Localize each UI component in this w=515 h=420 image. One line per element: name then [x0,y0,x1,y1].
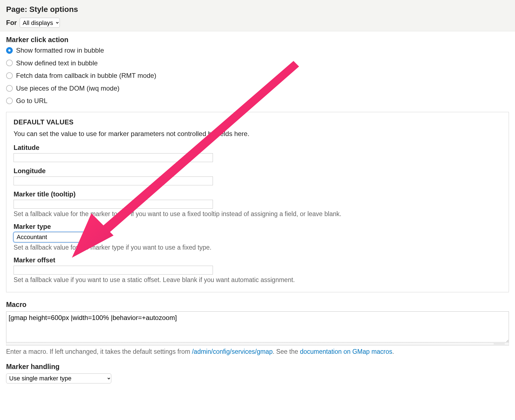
radio-label: Show defined text in bubble [16,59,98,67]
longitude-label: Longitude [14,167,501,175]
dialog-header: Page: Style options For All displays [0,0,515,31]
marker-offset-help: Set a fallback value if you want to use … [14,276,501,284]
radio-label: Use pieces of the DOM (iwq mode) [16,84,119,92]
macro-docs-link[interactable]: documentation on GMap macros [300,348,392,355]
radio-icon [6,72,13,79]
for-row: For All displays [6,18,509,28]
radio-go-to-url[interactable]: Go to URL [6,97,509,105]
default-values-intro: You can set the value to use for marker … [14,130,501,138]
macro-help-mid: . See the [273,348,300,355]
radio-icon [6,85,13,92]
marker-offset-block: Marker offset Set a fallback value if yo… [14,256,501,284]
macro-help-pre: Enter a macro. If left unchanged, it tak… [6,348,192,355]
marker-title-input[interactable] [14,200,213,209]
macro-label: Macro [6,301,509,309]
macro-textarea[interactable] [6,311,509,342]
marker-type-block: Marker type Accountant Set a fallback va… [14,223,501,251]
marker-offset-input[interactable] [14,266,213,275]
marker-handling-select[interactable]: Use single marker type [6,373,111,383]
macro-config-link[interactable]: /admin/config/services/gmap [192,348,272,355]
radio-label: Go to URL [16,97,47,105]
radio-icon [6,98,13,104]
page-title: Page: Style options [6,5,509,14]
latitude-block: Latitude [14,144,501,162]
radio-label: Show formatted row in bubble [16,47,104,54]
marker-title-help: Set a fallback value for the marker tool… [14,210,501,218]
radio-use-dom-pieces[interactable]: Use pieces of the DOM (iwq mode) [6,84,509,92]
radio-show-defined-text[interactable]: Show defined text in bubble [6,59,509,67]
textarea-resize-grip[interactable] [6,342,509,346]
latitude-input[interactable] [14,153,213,162]
marker-click-heading: Marker click action [6,36,509,44]
radio-label: Fetch data from callback in bubble (RMT … [16,72,156,80]
for-label: For [6,19,17,27]
marker-offset-label: Marker offset [14,256,501,264]
macro-help: Enter a macro. If left unchanged, it tak… [6,348,509,355]
radio-show-formatted-row[interactable]: Show formatted row in bubble [6,47,509,54]
marker-type-label: Marker type [14,223,501,231]
marker-title-label: Marker title (tooltip) [14,190,501,198]
default-values-fieldset: DEFAULT VALUES You can set the value to … [6,112,509,292]
marker-type-select[interactable]: Accountant [14,232,91,242]
marker-click-options: Show formatted row in bubble Show define… [6,47,509,105]
macro-help-post: . [392,348,394,355]
marker-title-block: Marker title (tooltip) Set a fallback va… [14,190,501,218]
default-values-legend: DEFAULT VALUES [14,118,501,126]
radio-icon [6,60,13,66]
marker-type-help: Set a fallback value for the marker type… [14,244,501,251]
latitude-label: Latitude [14,144,501,152]
marker-handling-label: Marker handling [6,363,509,371]
radio-icon [6,47,13,54]
longitude-input[interactable] [14,176,213,185]
longitude-block: Longitude [14,167,501,185]
radio-fetch-callback[interactable]: Fetch data from callback in bubble (RMT … [6,72,509,80]
for-select[interactable]: All displays [20,18,60,28]
